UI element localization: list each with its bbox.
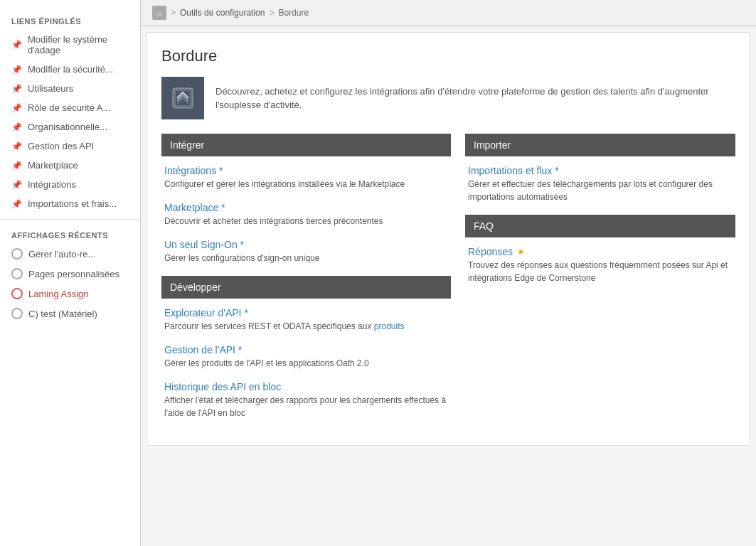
marketplace-link[interactable]: Marketplace * xyxy=(164,202,448,213)
pin-icon: 📌 xyxy=(11,141,22,151)
right-column: Importer Importations et flux * Gérer et… xyxy=(465,134,735,431)
page-title: Bordure xyxy=(161,47,735,65)
breadcrumb-sep-2: > xyxy=(269,8,274,18)
main-area: ⌂ > Outils de configuration > Bordure Bo… xyxy=(141,0,756,546)
sidebar-item-label: Modifier la sécurité... xyxy=(28,64,113,75)
faq-reponses-link[interactable]: Réponses ★ xyxy=(468,246,733,257)
sso-item: Un seul Sign-On * Gérer les configuratio… xyxy=(161,239,451,264)
sidebar-item-modifier-adage[interactable]: 📌 Modifier le système d'adage xyxy=(0,30,140,60)
marketplace-desc: Découvrir et acheter des intégrations ti… xyxy=(164,215,448,228)
sidebar-recent-laming[interactable]: Laming Assign xyxy=(0,284,140,304)
sidebar-item-label: Gérer l'auto-re... xyxy=(28,249,95,259)
sidebar: LIENS ÉPINGLÉS 📌 Modifier le système d'a… xyxy=(0,0,141,546)
content-area: Bordure Découvrez, achetez et configurez… xyxy=(141,26,756,546)
sidebar-item-label: Utilisateurs xyxy=(28,83,73,94)
integrations-link[interactable]: Intégrations * xyxy=(164,165,448,176)
recent-icon xyxy=(11,248,23,259)
recent-icon xyxy=(11,308,23,319)
sidebar-item-importations[interactable]: 📌 Importations et frais... xyxy=(0,194,140,213)
sidebar-item-gestion-api[interactable]: 📌 Gestion des API xyxy=(0,136,140,156)
importations-flux-desc: Gérer et effectuer des téléchargements p… xyxy=(468,178,733,203)
pin-icon: 📌 xyxy=(11,180,22,190)
recent-icon xyxy=(11,288,23,299)
two-column-layout: Intégrer Intégrations * Configurer et gé… xyxy=(161,134,735,431)
api-explorer-desc-before: Parcourir les services REST et ODATA spé… xyxy=(164,321,374,331)
importations-flux-item: Importations et flux * Gérer et effectue… xyxy=(465,165,735,203)
recent-icon xyxy=(11,268,23,279)
integrations-item: Intégrations * Configurer et gérer les i… xyxy=(161,165,451,191)
sidebar-item-label: Intégrations xyxy=(28,179,76,190)
historique-api-link[interactable]: Historique des API en bloc xyxy=(164,381,448,392)
api-explorer-desc: Parcourir les services REST et ODATA spé… xyxy=(164,320,448,333)
sidebar-item-organisationnelle[interactable]: 📌 Organisationnelle... xyxy=(0,117,140,136)
banner-icon xyxy=(161,77,204,119)
breadcrumb-sep-1: > xyxy=(171,8,176,18)
sidebar-item-integrations[interactable]: 📌 Intégrations xyxy=(0,175,140,194)
faq-reponses-desc: Trouvez des réponses aux questions fréqu… xyxy=(468,259,733,284)
api-explorer-desc-link[interactable]: produits xyxy=(374,321,405,331)
left-column: Intégrer Intégrations * Configurer et gé… xyxy=(161,134,451,431)
sidebar-item-label: Pages personnalisées xyxy=(28,269,119,279)
pinned-section-title: LIENS ÉPINGLÉS xyxy=(0,11,140,30)
gestion-api-item: Gestion de l'API * Gérer les produits de… xyxy=(161,344,451,370)
faq-reponses-item: Réponses ★ Trouvez des réponses aux ques… xyxy=(465,246,735,284)
sidebar-divider xyxy=(0,219,140,220)
recent-section-title: AFFICHAGES RÉCENTS xyxy=(0,225,140,244)
breadcrumb-current: Bordure xyxy=(278,8,309,18)
banner-description: Découvrez, achetez et configurez les int… xyxy=(215,85,735,112)
api-explorer-item: Explorateur d'API * Parcourir les servic… xyxy=(161,307,451,333)
pin-icon: 📌 xyxy=(11,65,22,75)
sso-desc: Gérer les configurations d'sign-on uniqu… xyxy=(164,252,448,264)
content-inner: Bordure Découvrez, achetez et configurez… xyxy=(147,32,750,446)
gestion-api-desc: Gérer les produits de l'API et les appli… xyxy=(164,357,448,370)
sidebar-recent-test[interactable]: C) test (Matériel) xyxy=(0,304,140,323)
sidebar-item-label: Modifier le système d'adage xyxy=(28,34,129,55)
pin-icon: 📌 xyxy=(11,199,22,209)
sidebar-item-marketplace[interactable]: 📌 Marketplace xyxy=(0,156,140,175)
breadcrumb-link-outils[interactable]: Outils de configuration xyxy=(180,8,265,18)
pin-icon: 📌 xyxy=(11,161,22,171)
sidebar-item-role-securite[interactable]: 📌 Rôle de sécurité A... xyxy=(0,98,140,117)
gestion-api-link[interactable]: Gestion de l'API * xyxy=(164,344,448,355)
star-icon: ★ xyxy=(517,247,525,257)
sidebar-recent-gerer[interactable]: Gérer l'auto-re... xyxy=(0,244,140,264)
integrations-desc: Configurer et gérer les intégrations ins… xyxy=(164,178,448,191)
pin-icon: 📌 xyxy=(11,84,22,94)
api-explorer-link[interactable]: Explorateur d'API * xyxy=(164,307,448,318)
sidebar-item-label: Importations et frais... xyxy=(28,198,117,209)
historique-api-item: Historique des API en bloc Afficher l'ét… xyxy=(161,381,451,419)
sidebar-item-label: C) test (Matériel) xyxy=(28,309,97,319)
faq-reponses-label: Réponses xyxy=(468,246,513,257)
banner: Découvrez, achetez et configurez les int… xyxy=(161,77,735,119)
faq-header: FAQ xyxy=(465,215,735,237)
integrate-header: Intégrer xyxy=(161,134,451,156)
sso-link[interactable]: Un seul Sign-On * xyxy=(164,239,448,250)
importations-flux-link[interactable]: Importations et flux * xyxy=(468,165,733,176)
sidebar-item-label: Gestion des API xyxy=(28,141,94,151)
sidebar-item-label: Organisationnelle... xyxy=(28,122,107,132)
sidebar-item-label: Marketplace xyxy=(28,160,78,171)
sidebar-recent-pages[interactable]: Pages personnalisées xyxy=(0,264,140,284)
import-header: Importer xyxy=(465,134,735,156)
sidebar-item-label: Laming Assign xyxy=(28,289,89,299)
sidebar-item-label: Rôle de sécurité A... xyxy=(28,102,110,113)
historique-api-desc: Afficher l'état et télécharger des rappo… xyxy=(164,394,448,419)
marketplace-item: Marketplace * Découvrir et acheter des i… xyxy=(161,202,451,228)
breadcrumb: ⌂ > Outils de configuration > Bordure xyxy=(141,0,756,26)
pin-icon: 📌 xyxy=(11,122,22,132)
home-icon[interactable]: ⌂ xyxy=(152,6,166,20)
pin-icon: 📌 xyxy=(11,40,22,50)
sidebar-item-modifier-securite[interactable]: 📌 Modifier la sécurité... xyxy=(0,60,140,79)
pin-icon: 📌 xyxy=(11,103,22,113)
sidebar-item-utilisateurs[interactable]: 📌 Utilisateurs xyxy=(0,79,140,98)
develop-header: Développer xyxy=(161,276,451,299)
